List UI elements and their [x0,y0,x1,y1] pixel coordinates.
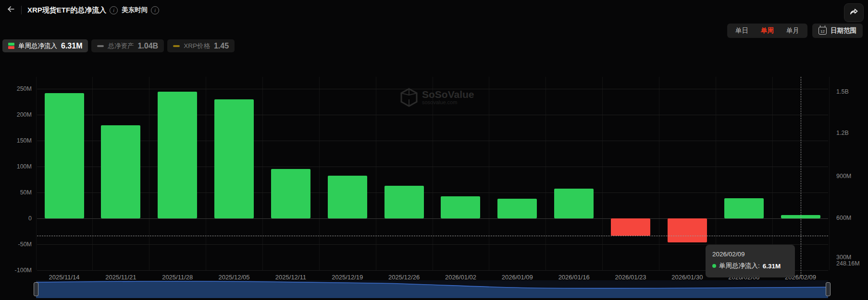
y-axis-tick-label: 200M [4,111,32,119]
right-axis-tick-label: 1.5B [836,88,849,96]
vertical-gridline [376,77,376,270]
chart-bar[interactable] [271,169,310,218]
right-axis-tick-label: 1.2B [836,129,849,137]
x-axis-tick-label: 2025/11/28 [149,274,206,281]
chart-bar[interactable] [384,186,424,218]
x-axis-tick-label: 2025/12/19 [319,274,376,281]
chart-bar[interactable] [101,125,140,218]
navigator-left-handle[interactable] [34,282,38,296]
x-axis-tick-label: 2026/01/02 [433,274,489,281]
y-axis-tick-label: -50M [4,240,32,248]
y-axis-tick-label: 100M [4,163,32,170]
crosshair-vertical-line [801,77,801,278]
horizontal-gridline [37,218,828,219]
navigator-right-handle[interactable] [826,282,831,296]
tooltip-series-label: 单周总净流入: [719,262,760,270]
chart-bar[interactable] [668,218,707,242]
vertical-gridline [92,77,93,270]
right-axis-tick-label: 248.16M [836,260,860,267]
vertical-gridline [262,77,263,270]
x-axis-tick-label: 2025/12/26 [376,274,433,281]
chart-bar[interactable] [554,189,594,218]
chart-bar[interactable] [45,93,84,218]
y-axis-tick-label: 0 [4,215,32,222]
vertical-gridline [319,77,320,270]
horizontal-gridline [37,141,828,141]
x-axis-tick-label: 2025/11/21 [92,274,149,281]
x-axis-tick-label: 2026/01/16 [546,274,602,281]
x-axis-tick-label: 2025/11/14 [36,274,93,281]
app-root: XRP现货ETF的总净流入 美东时间 单日单周单月 日期范围 单周总净流入6.3… [0,0,868,300]
chart-tooltip: 2026/02/09 单周总净流入: 6.31M [706,245,795,277]
vertical-gridline [716,77,716,270]
y-axis-tick-label: 150M [4,137,32,144]
vertical-gridline [829,77,830,270]
chart-bar[interactable] [441,196,480,218]
y-axis-tick-label: -100M [4,266,32,274]
horizontal-gridline [37,192,828,193]
series-dot-icon [712,264,716,268]
vertical-gridline [36,77,37,270]
y-axis-tick-label: 50M [4,189,32,196]
chart-bar[interactable] [214,99,254,218]
x-axis-tick-label: 2026/01/23 [602,274,659,281]
y-axis-tick-label: 250M [4,85,32,93]
chart-bar[interactable] [724,198,764,218]
x-axis-tick-label: 2025/12/05 [206,274,262,281]
chart-bar[interactable] [158,92,197,218]
tooltip-date: 2026/02/09 [712,251,788,258]
chart-bar[interactable] [328,176,367,218]
horizontal-gridline [37,115,828,115]
x-axis-tick-label: 2026/01/09 [489,274,546,281]
vertical-gridline [206,77,206,270]
right-axis-tick-label: 600M [836,214,851,222]
vertical-gridline [602,77,603,270]
x-axis-tick-label: 2025/12/11 [262,274,319,281]
vertical-gridline [659,77,659,270]
chart-bar[interactable] [497,199,537,218]
vertical-gridline [772,77,773,270]
crosshair-horizontal-line [37,236,828,236]
right-axis-tick-label: 900M [836,172,851,180]
vertical-gridline [433,77,433,270]
chart-bar[interactable] [611,218,650,236]
data-zoom-navigator[interactable] [36,280,828,298]
horizontal-gridline [37,89,828,89]
vertical-gridline [149,77,149,270]
tooltip-value: 6.31M [763,263,781,270]
horizontal-gridline [37,167,828,167]
vertical-gridline [489,77,489,270]
vertical-gridline [546,77,546,270]
